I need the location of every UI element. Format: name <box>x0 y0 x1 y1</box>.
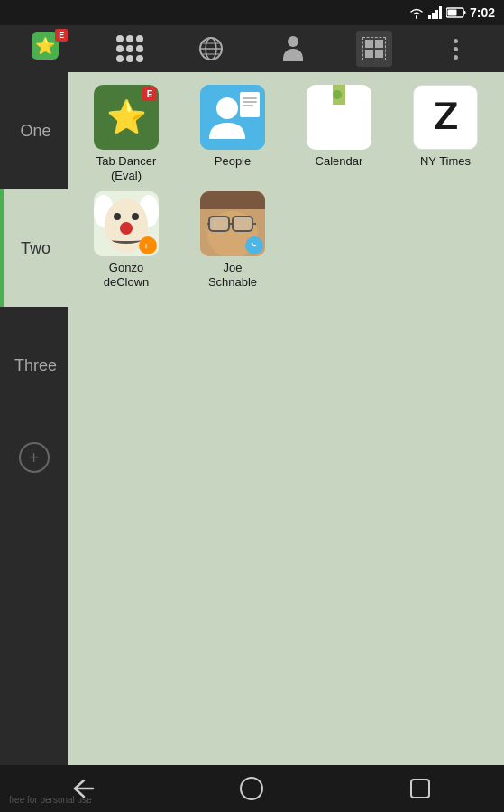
svg-point-13 <box>216 97 238 119</box>
add-icon: + <box>19 442 50 473</box>
sidebar-tab-two[interactable]: Two <box>0 189 68 307</box>
status-icons: 7:02 <box>408 5 495 20</box>
apps-grid-icon[interactable] <box>112 31 148 67</box>
globe-nav-icon[interactable] <box>193 31 229 67</box>
signal-icon <box>428 6 443 19</box>
cal-header <box>333 85 345 105</box>
people-icon <box>200 85 265 150</box>
more-icon <box>454 39 458 60</box>
globe-icon <box>198 36 224 61</box>
person-nav-icon[interactable] <box>275 31 311 67</box>
sidebar-tab-two-label: Two <box>21 239 50 258</box>
app-item-tab-dancer[interactable]: ⭐ E Tab Dancer(Eval) <box>77 85 176 182</box>
joe-icon <box>200 191 265 256</box>
cal-body <box>335 105 343 150</box>
svg-rect-6 <box>447 10 456 16</box>
recent-button[interactable] <box>393 771 447 806</box>
badge-e: E <box>55 29 68 42</box>
status-time: 7:02 <box>470 5 495 20</box>
svg-text:i: i <box>145 243 147 249</box>
top-nav-bar: ⭐ E <box>0 25 504 72</box>
person-icon <box>281 36 305 61</box>
svg-rect-0 <box>428 15 431 19</box>
star-icon: ⭐ <box>106 98 147 136</box>
tab-dancer-nav-icon[interactable]: ⭐ E <box>30 31 66 67</box>
battery-icon <box>446 7 466 18</box>
svg-rect-17 <box>243 105 253 106</box>
status-bar: 7:02 <box>0 0 504 25</box>
home-button[interactable] <box>225 771 279 806</box>
tab-dancer-icon: ⭐ E <box>94 85 159 150</box>
app-item-nytimes[interactable]: 𝖹 NY Times <box>396 85 495 182</box>
app-row-1: ⭐ E Tab Dancer(Eval) <box>77 85 495 182</box>
menu-nav-icon[interactable] <box>438 31 474 67</box>
svg-rect-24 <box>233 217 252 231</box>
app-row-2: i GonzodeClown <box>77 191 495 289</box>
people-label: People <box>215 154 251 169</box>
svg-rect-3 <box>439 6 442 19</box>
gonzo-label: GonzodeClown <box>104 261 150 289</box>
sidebar-tab-one[interactable]: One <box>0 72 68 189</box>
main-layout: One Two Three + ⭐ E Tab Dancer(Eval) <box>0 72 504 765</box>
bottom-nav-bar <box>0 765 504 812</box>
app-item-joe[interactable]: JoeSchnable <box>183 191 282 289</box>
tab-dancer-badge: E <box>142 87 157 101</box>
dots-grid <box>116 35 143 62</box>
grid-icon <box>362 37 386 60</box>
people-svg <box>200 85 265 150</box>
nytimes-icon: 𝖹 <box>413 85 478 150</box>
tab-dancer-label: Tab Dancer(Eval) <box>96 154 156 182</box>
svg-rect-2 <box>435 10 438 19</box>
gonzo-icon: i <box>94 191 159 256</box>
sidebar-tab-one-label: One <box>20 122 50 141</box>
nyt-letter: 𝖹 <box>434 97 457 137</box>
svg-rect-15 <box>243 97 257 99</box>
calendar-icon <box>307 85 371 150</box>
svg-rect-5 <box>463 11 465 14</box>
svg-rect-16 <box>243 101 257 103</box>
svg-rect-1 <box>432 13 435 19</box>
sidebar-add-button[interactable]: + <box>0 424 68 765</box>
sidebar-tab-three-label: Three <box>14 356 57 375</box>
sidebar-tab-three[interactable]: Three <box>0 307 68 424</box>
wifi-icon <box>408 6 425 19</box>
watermark: free for personal use <box>9 795 92 805</box>
badge-icon: i <box>142 240 153 251</box>
home-circle-icon <box>240 777 263 800</box>
app-item-people[interactable]: People <box>183 85 282 182</box>
app-item-gonzo[interactable]: i GonzodeClown <box>77 191 176 289</box>
calendar-label: Calendar <box>316 154 363 169</box>
phone-icon <box>249 240 260 251</box>
joe-label: JoeSchnable <box>208 261 257 289</box>
grid-nav-icon[interactable] <box>356 31 392 67</box>
svg-rect-21 <box>200 191 265 209</box>
nytimes-label: NY Times <box>420 154 471 169</box>
cal-dot <box>333 90 342 99</box>
recent-icon <box>410 779 430 798</box>
sidebar: One Two Three + <box>0 72 68 765</box>
content-area: ⭐ E Tab Dancer(Eval) <box>68 72 504 765</box>
svg-rect-23 <box>209 217 229 231</box>
app-item-calendar[interactable]: Calendar <box>289 85 389 182</box>
